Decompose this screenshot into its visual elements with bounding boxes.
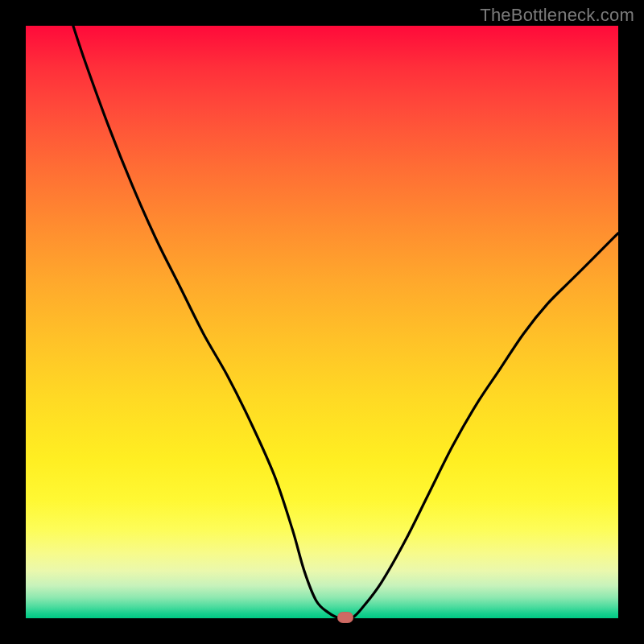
plot-area	[26, 26, 618, 618]
chart-frame: TheBottleneck.com	[0, 0, 644, 644]
optimal-point-marker	[337, 612, 353, 623]
watermark-text: TheBottleneck.com	[480, 5, 634, 26]
bottleneck-curve	[26, 26, 618, 618]
